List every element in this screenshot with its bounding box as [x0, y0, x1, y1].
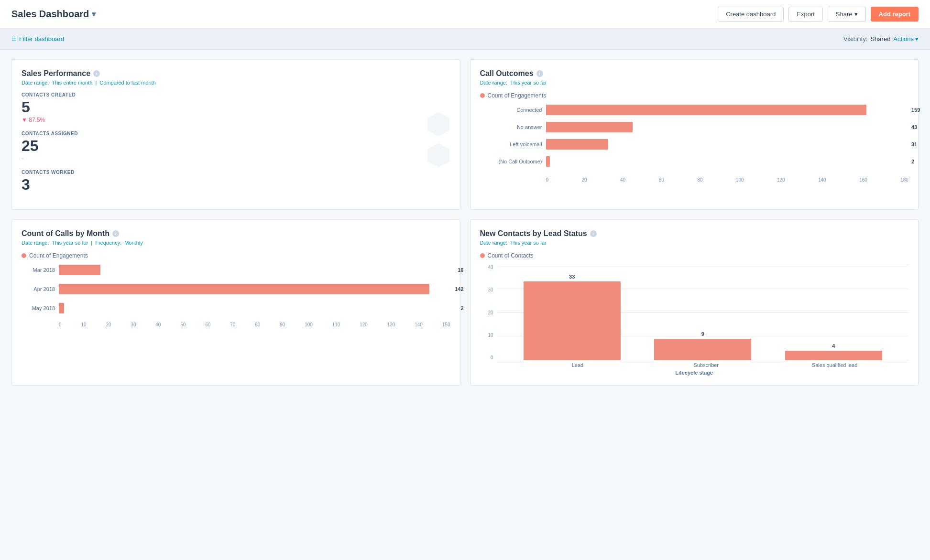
legend-dot-2 [22, 253, 26, 258]
new-contacts-title: New Contacts by Lead Status i [480, 229, 909, 238]
bars-area: 3394 [497, 265, 909, 360]
new-contacts-card: New Contacts by Lead Status i Date range… [470, 219, 919, 386]
calls-x-tick: 20 [106, 322, 111, 327]
calls-bar-label: Mar 2018 [22, 267, 55, 273]
calls-x-tick: 140 [415, 322, 423, 327]
x-axis-tick: 20 [582, 177, 587, 183]
calls-x-tick: 50 [180, 322, 186, 327]
sales-performance-title: Sales Performance i [22, 69, 450, 78]
y-axis-tick: 10 [488, 333, 493, 338]
count-of-calls-card: Count of Calls by Month i Date range: Th… [11, 219, 460, 386]
bar-fill [546, 139, 609, 150]
calls-bar-row: Apr 2018142 [22, 284, 450, 294]
contacts-worked-value: 3 [22, 177, 427, 192]
dashboard-grid: Sales Performance i Date range: This ent… [0, 50, 930, 395]
contacts-assigned-change: - [22, 155, 427, 162]
calls-bar-fill [59, 303, 64, 313]
sales-performance-info-icon[interactable]: i [93, 70, 100, 77]
bar-row: No answer43 [480, 122, 909, 132]
legend-dot [480, 93, 485, 98]
sales-performance-date-range: Date range: This entire month | Compared… [22, 80, 450, 86]
add-report-button[interactable]: Add report [871, 7, 919, 22]
calls-bar-track: 142 [59, 284, 450, 294]
call-outcomes-title: Call Outcomes i [480, 69, 909, 78]
call-outcomes-x-axis: 020406080100120140160180 [480, 177, 909, 183]
bar-label: Left voicemail [480, 141, 542, 147]
bar-value: 43 [911, 124, 917, 130]
filter-bar: ☰ Filter dashboard Visibility: Shared Ac… [0, 29, 930, 50]
bar-value: 31 [911, 141, 917, 147]
actions-chevron-icon: ▾ [915, 35, 919, 43]
bar-track: 43 [546, 122, 909, 132]
header-actions: Create dashboard Export Share ▾ Add repo… [718, 7, 919, 22]
calls-x-tick: 10 [81, 322, 86, 327]
calls-bar-label: Apr 2018 [22, 286, 55, 292]
new-contacts-legend: Count of Contacts [480, 252, 909, 259]
x-axis-label: Lifecycle stage [480, 370, 909, 376]
call-outcomes-info-icon[interactable]: i [536, 70, 543, 77]
contacts-assigned-label: CONTACTS ASSIGNED [22, 131, 427, 136]
calls-x-tick: 110 [332, 322, 340, 327]
bar-row: Connected159 [480, 105, 909, 115]
vertical-bar-group: 33 [512, 265, 633, 360]
calls-bar-row: Mar 201816 [22, 265, 450, 275]
count-of-calls-info-icon[interactable]: i [112, 230, 119, 237]
contacts-worked-section: CONTACTS WORKED 3 [22, 170, 427, 192]
bar-fill [546, 105, 866, 115]
call-outcomes-legend: Count of Engagements [480, 92, 909, 99]
actions-link[interactable]: Actions ▾ [893, 35, 919, 43]
title-chevron-icon[interactable]: ▾ [92, 10, 96, 19]
x-axis-tick: 180 [900, 177, 908, 183]
sales-performance-card: Sales Performance i Date range: This ent… [11, 59, 460, 210]
calls-bar-track: 2 [59, 303, 450, 313]
x-axis-tick: 160 [859, 177, 867, 183]
x-axis-tick: 0 [546, 177, 549, 183]
vertical-bar: 9 [654, 339, 751, 360]
x-labels-row: LeadSubscriberSales qualified lead [480, 360, 909, 368]
create-dashboard-button[interactable]: Create dashboard [718, 7, 784, 22]
calls-bar-value: 2 [460, 305, 463, 311]
x-axis-tick: 140 [818, 177, 826, 183]
contacts-worked-label: CONTACTS WORKED [22, 170, 427, 175]
watermark-badge-2 [427, 142, 450, 169]
calls-bar-row: May 20182 [22, 303, 450, 313]
calls-x-tick: 60 [205, 322, 210, 327]
filter-icon: ☰ [11, 36, 17, 43]
bar-fill [546, 122, 633, 132]
bar-value-label: 33 [569, 274, 575, 280]
bar-track: 31 [546, 139, 909, 150]
contacts-created-change: ▼ 87.5% [22, 117, 427, 123]
bar-value: 159 [911, 107, 920, 113]
y-axis-tick: 30 [488, 287, 493, 292]
x-axis-tick: 80 [697, 177, 702, 183]
calls-bar-fill [59, 284, 429, 294]
call-outcomes-card: Call Outcomes i Date range: This year so… [470, 59, 919, 210]
share-button[interactable]: Share ▾ [828, 7, 866, 22]
y-axis: 403020100 [480, 265, 497, 360]
sales-performance-content: CONTACTS CREATED 5 ▼ 87.5% CONTACTS ASSI… [22, 92, 450, 200]
calls-x-tick: 130 [387, 322, 395, 327]
metrics-column: CONTACTS CREATED 5 ▼ 87.5% CONTACTS ASSI… [22, 92, 427, 200]
bar-label: No answer [480, 124, 542, 130]
x-label: Sales qualified lead [775, 362, 894, 368]
y-axis-tick: 20 [488, 310, 493, 315]
x-label: Lead [518, 362, 637, 368]
calls-x-tick: 0 [59, 322, 62, 327]
y-axis-tick: 0 [491, 355, 493, 360]
call-outcomes-chart: Connected159No answer43Left voicemail31(… [480, 105, 909, 183]
call-outcomes-date-range: Date range: This year so far [480, 80, 909, 86]
vertical-bar-group: 4 [773, 265, 895, 360]
dashboard-title-area: Sales Dashboard ▾ [11, 9, 96, 20]
vertical-bar: 33 [524, 281, 621, 360]
contacts-assigned-section: CONTACTS ASSIGNED 25 - [22, 131, 427, 162]
new-contacts-date-range: Date range: This year so far [480, 240, 909, 246]
calls-bar-track: 16 [59, 265, 450, 275]
contacts-created-label: CONTACTS CREATED [22, 92, 427, 97]
bar-track: 2 [546, 156, 909, 167]
dashboard-title: Sales Dashboard [11, 9, 89, 20]
filter-dashboard-link[interactable]: ☰ Filter dashboard [11, 35, 64, 43]
calls-x-tick: 40 [155, 322, 161, 327]
new-contacts-info-icon[interactable]: i [590, 230, 597, 237]
export-button[interactable]: Export [788, 7, 823, 22]
count-of-calls-title: Count of Calls by Month i [22, 229, 450, 238]
